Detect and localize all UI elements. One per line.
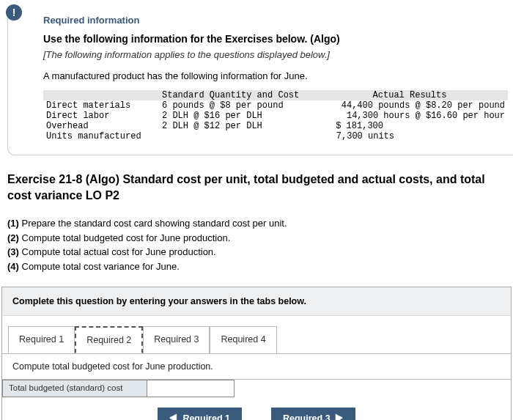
task-num: (2): [7, 232, 19, 243]
row-act: 44,400 pounds @ $8.20 per pound: [311, 100, 508, 111]
total-budgeted-input[interactable]: [147, 380, 235, 397]
task-text: Compute total actual cost for June produ…: [19, 246, 216, 257]
task-num: (1): [7, 218, 19, 229]
answer-box: Complete this question by entering your …: [1, 287, 512, 420]
tab-required-2[interactable]: Required 2: [75, 326, 143, 353]
col-actual: Actual Results: [311, 90, 508, 100]
standard-actual-table: Standard Quantity and Cost Actual Result…: [43, 90, 508, 141]
col-standard: Standard Quantity and Cost: [159, 90, 311, 100]
nav-row: ⯇ Required 1 Required 3 ⯈: [2, 397, 511, 420]
applies-note: [The following information applies to th…: [43, 49, 513, 60]
task-num: (3): [7, 246, 19, 257]
chevron-left-icon: ⯇: [169, 413, 178, 420]
row-label: Direct materials: [43, 100, 159, 111]
task-text: Compute total cost variance for June.: [19, 261, 180, 272]
task-list: (1) Prepare the standard cost card showi…: [7, 216, 506, 273]
row-std: 6 pounds @ $8 per pound: [159, 100, 311, 111]
tab-required-1[interactable]: Required 1: [8, 326, 75, 353]
tab-row: Required 1 Required 2 Required 3 Require…: [2, 316, 511, 353]
tab-required-4[interactable]: Required 4: [210, 326, 276, 353]
required-heading: Required information: [43, 15, 513, 26]
task-text: Prepare the standard cost card showing s…: [19, 218, 287, 229]
task-text: Compute total budgeted cost for June pro…: [19, 232, 230, 243]
entry-area: Total budgeted (standard) cost: [2, 379, 511, 397]
use-following: Use the following information for the Ex…: [43, 33, 513, 45]
row-label: Units manufactured: [43, 131, 159, 141]
tab-required-3[interactable]: Required 3: [143, 326, 210, 353]
task-num: (4): [7, 261, 19, 272]
alert-icon: !: [6, 4, 22, 21]
answer-instruction: Complete this question by entering your …: [2, 287, 511, 316]
intro-text: A manufactured product has the following…: [43, 70, 513, 81]
chevron-right-icon: ⯈: [335, 413, 344, 420]
next-label: Required 3: [283, 413, 331, 420]
row-label: Overhead: [43, 121, 159, 131]
next-button[interactable]: Required 3 ⯈: [271, 408, 355, 420]
row-std: 2 DLH @ $16 per DLH: [159, 111, 311, 121]
info-box: Required information Use the following i…: [7, 15, 513, 155]
prev-label: Required 1: [182, 413, 230, 420]
exercise-title: Exercise 21-8 (Algo) Standard cost per u…: [7, 172, 506, 203]
prev-button[interactable]: ⯇ Required 1: [158, 408, 242, 420]
row-act: 14,300 hours @ $16.60 per hour: [311, 111, 508, 121]
row-act: $ 181,300: [311, 121, 508, 131]
row-label: Direct labor: [43, 111, 159, 121]
row-act: 7,300 units: [311, 131, 508, 141]
row-std: 2 DLH @ $12 per DLH: [159, 121, 311, 131]
row-std: [159, 131, 311, 141]
sub-instruction: Compute total budgeted cost for June pro…: [2, 353, 511, 379]
entry-label: Total budgeted (standard) cost: [2, 380, 147, 397]
